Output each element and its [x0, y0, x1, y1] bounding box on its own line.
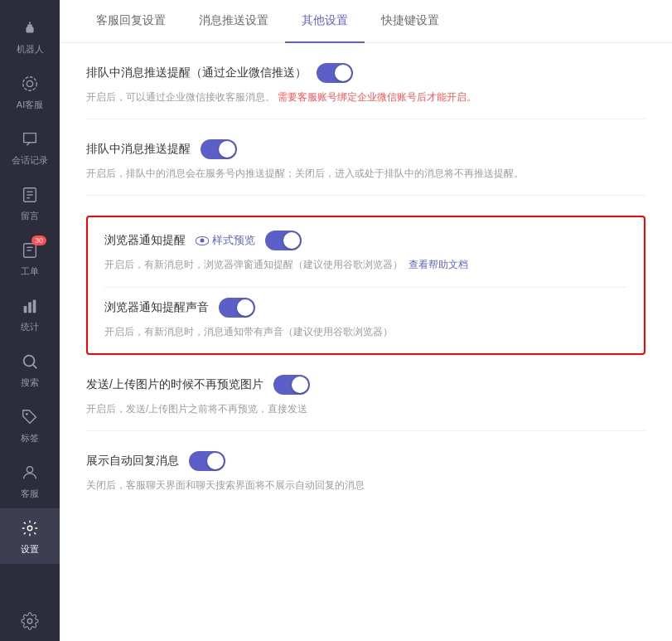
- setting-no-preview-desc: 开启后，发送/上传图片之前将不再预览，直接发送: [86, 401, 645, 431]
- sidebar-item-notes[interactable]: 留言: [0, 175, 60, 231]
- workorder-badge: 30: [31, 236, 46, 245]
- highlight-browser-settings: 浏览器通知提醒 样式预览 开启后，有新消息时，浏览器弹窗通知提醒（建议使用谷歌浏…: [86, 216, 645, 354]
- svg-rect-0: [26, 27, 33, 32]
- setting-auto-reply-desc: 关闭后，客服聊天界面和聊天搜索界面将不展示自动回复的消息: [86, 478, 645, 493]
- tags-icon: [18, 405, 41, 429]
- sidebar-label-robot: 机器人: [17, 43, 44, 56]
- customer-icon: [18, 461, 41, 484]
- svg-point-2: [27, 29, 29, 31]
- setting-browser-sound: 浏览器通知提醒声音 开启后，有新消息时，消息通知带有声音（建议使用谷歌浏览器）: [104, 298, 627, 340]
- setting-queue-wechat-red: 需要客服账号绑定企业微信账号后才能开启。: [278, 91, 476, 103]
- sidebar: 机器人 AI客服 会话记录 留言 30 工单 统计: [0, 0, 60, 641]
- toggle-auto-reply[interactable]: [189, 451, 225, 471]
- svg-point-3: [31, 29, 32, 31]
- preview-link[interactable]: 样式预览: [196, 233, 255, 248]
- svg-point-22: [27, 526, 32, 531]
- settings-content: 排队中消息推送提醒（通过企业微信推送） 开启后，可以通过企业微信接收客服消息。 …: [60, 43, 672, 641]
- setting-queue-wechat-title: 排队中消息推送提醒（通过企业微信推送）: [86, 66, 307, 80]
- toggle-queue-service-slider: [201, 139, 237, 159]
- setting-queue-service-header: 排队中消息推送提醒: [86, 139, 645, 159]
- toggle-no-preview[interactable]: [273, 375, 310, 395]
- setting-queue-service: 排队中消息推送提醒 开启后，排队中的消息会在服务号内推送提醒；关闭后，进入或处于…: [86, 139, 645, 196]
- setting-auto-reply-header: 展示自动回复消息: [86, 451, 645, 471]
- setting-browser-notify-header: 浏览器通知提醒 样式预览: [104, 231, 627, 250]
- sidebar-item-workorder[interactable]: 30 工单: [0, 231, 60, 286]
- setting-queue-wechat: 排队中消息推送提醒（通过企业微信推送） 开启后，可以通过企业微信接收客服消息。 …: [86, 63, 645, 119]
- sidebar-label-workorder: 工单: [21, 265, 39, 278]
- toggle-browser-notify[interactable]: [265, 231, 302, 250]
- inner-divider: [104, 287, 627, 288]
- toggle-browser-sound[interactable]: [219, 298, 255, 318]
- gear-icon: [18, 609, 41, 633]
- sidebar-label-search: 搜索: [21, 376, 39, 389]
- main-content: 客服回复设置 消息推送设置 其他设置 快捷键设置 排队中消息推送提醒（通过企业微…: [60, 0, 672, 641]
- notes-icon: [18, 183, 41, 206]
- sidebar-label-stats: 统计: [21, 321, 39, 333]
- svg-point-5: [29, 22, 31, 23]
- toggle-browser-notify-slider: [265, 231, 302, 250]
- tab-push[interactable]: 消息推送设置: [182, 0, 285, 43]
- sidebar-item-customer[interactable]: 客服: [0, 453, 60, 508]
- settings-icon: [18, 517, 41, 540]
- sidebar-item-robot[interactable]: 机器人: [0, 8, 60, 64]
- svg-rect-17: [33, 300, 36, 313]
- setting-auto-reply: 展示自动回复消息 关闭后，客服聊天界面和聊天搜索界面将不展示自动回复的消息: [86, 451, 645, 493]
- svg-point-18: [24, 356, 35, 367]
- stats-icon: [18, 294, 41, 318]
- sidebar-item-tags[interactable]: 标签: [0, 397, 60, 453]
- setting-browser-sound-desc: 开启后，有新消息时，消息通知带有声音（建议使用谷歌浏览器）: [104, 324, 627, 340]
- svg-point-23: [27, 619, 32, 624]
- sidebar-label-tags: 标签: [21, 432, 39, 444]
- workorder-icon: 30: [18, 239, 41, 262]
- setting-no-preview-header: 发送/上传图片的时候不再预览图片: [86, 375, 645, 395]
- tab-other[interactable]: 其他设置: [285, 0, 365, 43]
- svg-point-20: [26, 413, 28, 415]
- toggle-no-preview-slider: [273, 375, 310, 395]
- setting-browser-sound-header: 浏览器通知提醒声音: [104, 298, 627, 318]
- sidebar-item-stats[interactable]: 统计: [0, 286, 60, 342]
- setting-no-preview-title: 发送/上传图片的时候不再预览图片: [86, 377, 263, 392]
- tab-shortcut[interactable]: 快捷键设置: [365, 0, 456, 43]
- svg-rect-16: [28, 302, 31, 313]
- setting-browser-notify-desc: 开启后，有新消息时，浏览器弹窗通知提醒（建议使用谷歌浏览器） 查看帮助文档: [104, 257, 627, 273]
- sidebar-label-notes: 留言: [21, 210, 39, 222]
- setting-queue-wechat-header: 排队中消息推送提醒（通过企业微信推送）: [86, 63, 645, 83]
- tab-reply[interactable]: 客服回复设置: [80, 0, 182, 43]
- sidebar-label-customer: 客服: [21, 488, 39, 500]
- sidebar-item-chatlog[interactable]: 会话记录: [0, 119, 60, 175]
- setting-auto-reply-title: 展示自动回复消息: [86, 454, 179, 469]
- setting-browser-sound-title: 浏览器通知提醒声音: [104, 300, 209, 315]
- toggle-browser-sound-slider: [219, 298, 255, 318]
- toggle-auto-reply-slider: [189, 451, 225, 471]
- sidebar-item-settings[interactable]: 设置: [0, 508, 60, 564]
- sidebar-label-ai: AI客服: [17, 99, 43, 111]
- sidebar-item-gear[interactable]: [0, 601, 60, 641]
- toggle-queue-wechat[interactable]: [317, 63, 353, 83]
- sidebar-item-ai[interactable]: AI客服: [0, 64, 60, 119]
- setting-queue-service-desc: 开启后，排队中的消息会在服务号内推送提醒；关闭后，进入或处于排队中的消息将不再推…: [86, 166, 645, 196]
- sidebar-label-settings: 设置: [21, 543, 39, 556]
- setting-queue-service-title: 排队中消息推送提醒: [86, 142, 191, 157]
- svg-rect-15: [24, 306, 27, 313]
- svg-rect-1: [27, 24, 32, 27]
- eye-icon: [196, 236, 209, 245]
- svg-point-6: [27, 80, 32, 86]
- ai-icon: [18, 72, 41, 95]
- setting-browser-notify: 浏览器通知提醒 样式预览 开启后，有新消息时，浏览器弹窗通知提醒（建议使用谷歌浏…: [104, 231, 627, 273]
- search-icon: [18, 350, 41, 373]
- setting-no-preview: 发送/上传图片的时候不再预览图片 开启后，发送/上传图片之前将不再预览，直接发送: [86, 375, 645, 431]
- svg-point-21: [27, 467, 32, 473]
- setting-queue-wechat-desc: 开启后，可以通过企业微信接收客服消息。 需要客服账号绑定企业微信账号后才能开启。: [86, 90, 645, 119]
- toggle-queue-wechat-slider: [317, 63, 353, 83]
- chat-icon: [18, 128, 41, 151]
- help-doc-link[interactable]: 查看帮助文档: [409, 259, 468, 270]
- setting-browser-notify-title: 浏览器通知提醒: [104, 233, 186, 248]
- robot-icon: [18, 17, 41, 40]
- preview-link-label: 样式预览: [212, 233, 255, 248]
- svg-point-7: [23, 77, 37, 91]
- tab-bar: 客服回复设置 消息推送设置 其他设置 快捷键设置: [60, 0, 672, 43]
- sidebar-item-search[interactable]: 搜索: [0, 342, 60, 397]
- toggle-queue-service[interactable]: [201, 139, 237, 159]
- sidebar-label-chatlog: 会话记录: [12, 154, 48, 167]
- svg-line-19: [33, 365, 36, 368]
